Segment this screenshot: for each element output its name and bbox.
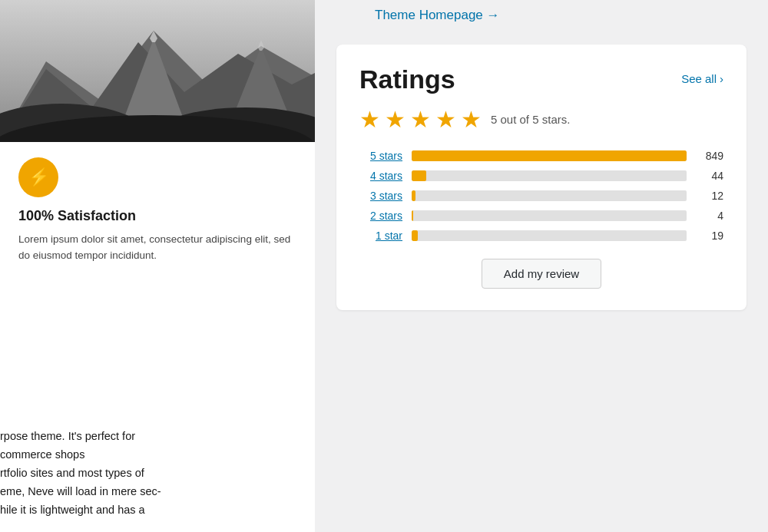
- rating-row: 4 stars44: [359, 170, 723, 182]
- stars-label: 5 out of 5 stars.: [491, 113, 570, 126]
- rating-label-1[interactable]: 5 stars: [359, 150, 402, 162]
- bar-track-2: [412, 170, 687, 181]
- bar-track-5: [412, 230, 687, 241]
- rating-row: 5 stars849: [359, 150, 723, 162]
- star-1: ★: [359, 106, 380, 133]
- description-text: rpose theme. It's perfect forcommerce sh…: [0, 428, 315, 520]
- rating-count-1: 849: [696, 150, 723, 162]
- bar-fill-5: [412, 230, 418, 241]
- left-panel: ⚡ 100% Satisfaction Lorem ipsum dolor si…: [0, 0, 315, 532]
- bar-track-3: [412, 190, 687, 201]
- rating-count-2: 44: [696, 170, 723, 182]
- stars-row: ★ ★ ★ ★ ★ 5 out of 5 stars.: [359, 106, 723, 133]
- rating-label-4[interactable]: 2 stars: [359, 210, 402, 222]
- star-5: ★: [461, 106, 482, 133]
- satisfaction-title: 100% Satisfaction: [18, 208, 296, 224]
- bar-track-1: [412, 150, 687, 161]
- rating-label-5[interactable]: 1 star: [359, 230, 402, 242]
- bar-track-4: [412, 210, 687, 221]
- rating-count-3: 12: [696, 190, 723, 202]
- see-all-label: See all: [681, 72, 717, 85]
- right-panel: Theme Homepage → Ratings See all › ★ ★ ★…: [315, 0, 768, 532]
- theme-homepage-link[interactable]: Theme Homepage →: [375, 8, 500, 23]
- theme-homepage-label: Theme Homepage →: [375, 8, 500, 23]
- star-3: ★: [410, 106, 431, 133]
- bar-fill-4: [412, 210, 413, 221]
- rating-row: 3 stars12: [359, 190, 723, 202]
- lightning-icon-wrap: ⚡: [18, 157, 58, 197]
- feature-section: ⚡ 100% Satisfaction Lorem ipsum dolor si…: [0, 142, 315, 279]
- bar-fill-1: [412, 150, 687, 161]
- add-review-button[interactable]: Add my review: [482, 259, 601, 289]
- bar-fill-2: [412, 170, 426, 181]
- ratings-card: Ratings See all › ★ ★ ★ ★ ★ 5 out of 5 s…: [336, 45, 746, 310]
- star-4: ★: [435, 106, 456, 133]
- lightning-icon: ⚡: [28, 167, 49, 187]
- bar-fill-3: [412, 190, 415, 201]
- ratings-title: Ratings: [359, 66, 455, 92]
- see-all-link[interactable]: See all ›: [681, 72, 723, 85]
- rating-label-2[interactable]: 4 stars: [359, 170, 402, 182]
- rating-bars: 5 stars8494 stars443 stars122 stars41 st…: [359, 150, 723, 242]
- description-bottom: rpose theme. It's perfect forcommerce sh…: [0, 428, 315, 532]
- star-2: ★: [385, 106, 406, 133]
- rating-row: 2 stars4: [359, 210, 723, 222]
- rating-label-3[interactable]: 3 stars: [359, 190, 402, 202]
- rating-row: 1 star19: [359, 230, 723, 242]
- ratings-header: Ratings See all ›: [359, 66, 723, 92]
- satisfaction-desc: Lorem ipsum dolor sit amet, consectetur …: [18, 232, 296, 264]
- chevron-right-icon: ›: [720, 72, 723, 85]
- mountain-image: [0, 0, 315, 142]
- rating-count-4: 4: [696, 210, 723, 222]
- rating-count-5: 19: [696, 230, 723, 242]
